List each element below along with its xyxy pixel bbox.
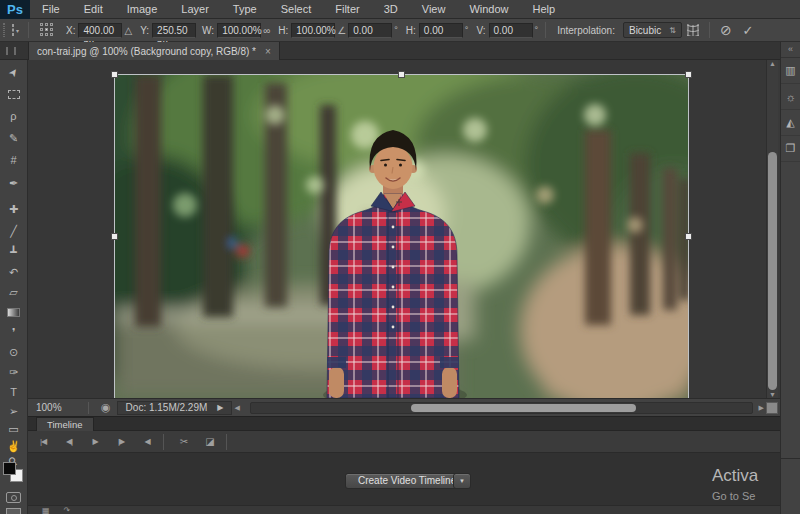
split-clip-button[interactable]: ✂	[173, 434, 195, 449]
reference-point-locator[interactable]	[40, 23, 54, 37]
previous-frame-button[interactable]: ◀|	[58, 434, 80, 449]
eraser-icon: ▱	[9, 286, 17, 299]
height-input[interactable]: 100.00%	[291, 23, 335, 38]
menu-select[interactable]: Select	[269, 0, 324, 19]
timeline-bottom-bar: ▦ ↷	[28, 505, 782, 514]
clone-stamp-tool[interactable]: ┻	[0, 242, 27, 262]
relative-position-icon[interactable]: △	[124, 25, 132, 36]
x-input[interactable]: 400.00 px	[78, 23, 122, 38]
marquee-tool[interactable]	[0, 84, 27, 104]
menu-layer[interactable]: Layer	[169, 0, 221, 19]
interpolation-value: Bicubic	[629, 25, 661, 36]
layers-panel-icon[interactable]: ❐	[781, 136, 800, 162]
menu-help[interactable]: Help	[521, 0, 568, 19]
move-tool[interactable]: ➤	[0, 62, 27, 82]
menu-view[interactable]: View	[410, 0, 458, 19]
gradient-tool[interactable]	[0, 302, 27, 322]
photoshop-logo: Ps	[0, 0, 30, 19]
document-tab[interactable]: con-trai.jpg @ 100% (Background copy, RG…	[28, 42, 280, 60]
timeline-tab[interactable]: Timeline	[36, 417, 94, 431]
audio-mute-button[interactable]: ◀	[136, 434, 158, 449]
cancel-transform-icon[interactable]: ⊘	[715, 21, 737, 39]
blur-tool[interactable]: ❜	[0, 322, 27, 342]
path-selection-tool[interactable]: ➢	[0, 401, 27, 421]
document-tab-bar: con-trai.jpg @ 100% (Background copy, RG…	[0, 42, 800, 60]
menu-edit[interactable]: Edit	[72, 0, 115, 19]
expand-panels-icon[interactable]: «	[781, 42, 800, 58]
interpolation-label: Interpolation:	[557, 25, 615, 36]
next-frame-button[interactable]: |▶	[110, 434, 132, 449]
menu-image[interactable]: Image	[115, 0, 170, 19]
menu-3d[interactable]: 3D	[372, 0, 410, 19]
pen-tool[interactable]: ✑	[0, 362, 27, 382]
shape-icon: ▭	[8, 423, 18, 436]
scroll-left-icon[interactable]: ◀	[234, 404, 239, 412]
quick-mask-button[interactable]	[6, 492, 21, 503]
y-input[interactable]: 250.50 px	[152, 23, 196, 38]
scroll-right-icon[interactable]: ▶	[759, 404, 764, 412]
tool-preset-icon[interactable]	[12, 24, 14, 36]
angle-input[interactable]: 0.00	[348, 23, 392, 38]
adjustments-panel-icon[interactable]: ☼	[781, 84, 800, 110]
convert-arrow-icon[interactable]: ↷	[64, 506, 71, 514]
timeline-panel: Timeline |◀ ◀| ▶ |▶ ◀ ✂ ◪ Create Video T…	[28, 416, 782, 514]
tool-preset-caret-icon[interactable]: ▾	[16, 27, 19, 34]
eraser-tool[interactable]: ▱	[0, 282, 27, 302]
horizontal-scrollbar[interactable]	[250, 402, 753, 414]
degree-symbol: °	[465, 25, 469, 35]
scroll-up-icon[interactable]: ▲	[769, 60, 776, 67]
canvas-area[interactable]	[28, 60, 766, 398]
transform-handle-top-right[interactable]	[685, 71, 692, 78]
menu-type[interactable]: Type	[221, 0, 269, 19]
vskew-input[interactable]: 0.00	[489, 23, 533, 38]
hskew-label: H:	[406, 25, 416, 36]
vertical-scrollbar-thumb[interactable]	[768, 152, 777, 390]
eyedropper-tool[interactable]: ✒	[0, 173, 27, 193]
swatches-panel-icon[interactable]: ▥	[781, 58, 800, 84]
vertical-scrollbar[interactable]: ▲ ▼	[766, 60, 778, 398]
menu-window[interactable]: Window	[457, 0, 520, 19]
play-button[interactable]: ▶	[84, 434, 106, 449]
render-video-icon[interactable]: ▦	[42, 506, 50, 514]
width-input[interactable]: 100.00%	[217, 23, 261, 38]
interpolation-dropdown[interactable]: Bicubic ⇅	[623, 22, 682, 38]
create-video-timeline-button[interactable]: Create Video Timeline	[345, 473, 469, 489]
photo-con-trai[interactable]	[115, 75, 688, 398]
menu-filter[interactable]: Filter	[323, 0, 371, 19]
transform-handle-middle-left[interactable]	[111, 233, 118, 240]
screen-mode-button[interactable]	[6, 508, 21, 514]
horizontal-scrollbar-thumb[interactable]	[411, 404, 636, 412]
healing-brush-tool[interactable]: ✚	[0, 199, 27, 219]
transform-handle-top-center[interactable]	[398, 71, 405, 78]
quick-selection-tool[interactable]: ✎	[0, 128, 27, 148]
foreground-color-swatch[interactable]	[3, 462, 16, 475]
dodge-tool[interactable]: ⊙	[0, 342, 27, 362]
type-tool[interactable]: T	[0, 382, 27, 402]
transition-button[interactable]: ◪	[199, 434, 221, 449]
crop-tool[interactable]: #	[0, 150, 27, 170]
type-icon: T	[10, 386, 17, 398]
history-brush-tool[interactable]: ↶	[0, 262, 27, 282]
hskew-input[interactable]: 0.00	[419, 23, 463, 38]
warp-mode-icon[interactable]	[682, 21, 704, 39]
x-label: X:	[66, 25, 75, 36]
transform-handle-middle-right[interactable]	[685, 233, 692, 240]
close-tab-icon[interactable]: ×	[265, 46, 271, 57]
link-dimensions-icon[interactable]: ∞	[263, 25, 270, 36]
brush-tool[interactable]: ╱	[0, 221, 27, 241]
menu-file[interactable]: File	[30, 0, 72, 19]
separator	[28, 22, 29, 38]
timeline-mode-caret-button[interactable]: ▼	[453, 473, 471, 489]
scroll-down-icon[interactable]: ▼	[769, 391, 776, 398]
first-frame-button[interactable]: |◀	[32, 434, 54, 449]
commit-transform-icon[interactable]: ✓	[737, 21, 759, 39]
document-size-text: Doc: 1.15M/2.29M	[126, 402, 208, 414]
timeline-toolbar: |◀ ◀| ▶ |▶ ◀ ✂ ◪	[28, 431, 782, 453]
lasso-tool[interactable]: ρ	[0, 106, 27, 126]
separator	[226, 434, 227, 450]
zoom-level-field[interactable]: 100%	[36, 402, 82, 413]
status-popup-icon[interactable]: ▶	[217, 402, 223, 414]
transform-handle-top-left[interactable]	[111, 71, 118, 78]
styles-panel-icon[interactable]: ◭	[781, 110, 800, 136]
lasso-icon: ρ	[10, 110, 16, 122]
